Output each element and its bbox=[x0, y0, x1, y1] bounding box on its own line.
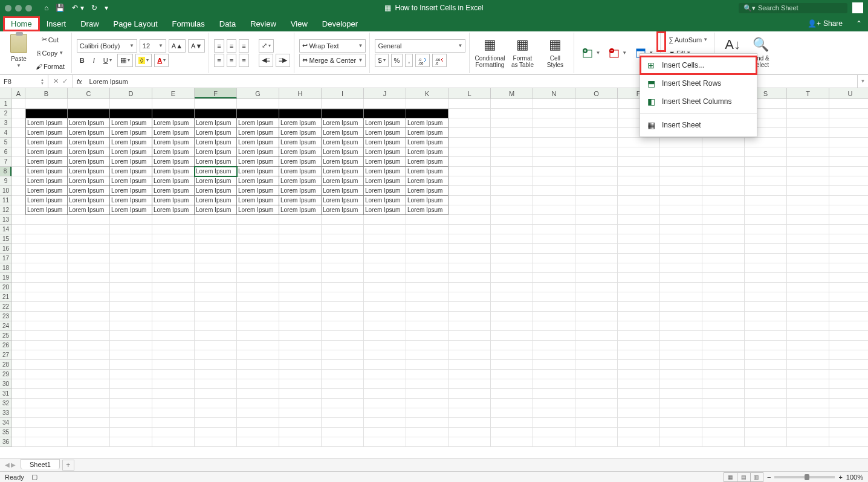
cell-Q13[interactable] bbox=[660, 215, 702, 225]
cell-K17[interactable] bbox=[406, 254, 449, 263]
format-as-table-button[interactable]: ▦Format as Table bbox=[507, 35, 537, 71]
cell-G34[interactable] bbox=[237, 418, 279, 428]
cell-P11[interactable] bbox=[618, 196, 660, 205]
cell-M11[interactable] bbox=[491, 196, 533, 205]
cell-U35[interactable] bbox=[829, 428, 868, 437]
cell-P8[interactable] bbox=[618, 167, 660, 176]
cell-G36[interactable] bbox=[237, 437, 279, 447]
collapse-ribbon-icon[interactable]: ⌃ bbox=[850, 19, 868, 28]
cell-C32[interactable] bbox=[68, 399, 110, 408]
cell-R23[interactable] bbox=[702, 312, 745, 321]
window-controls[interactable] bbox=[0, 5, 32, 11]
cell-Q6[interactable] bbox=[660, 147, 702, 157]
cell-P34[interactable] bbox=[618, 418, 660, 428]
cell-O9[interactable] bbox=[575, 176, 618, 186]
cell-K16[interactable] bbox=[406, 244, 449, 254]
cell-F9[interactable]: Lorem Ipsum bbox=[195, 176, 237, 186]
row-header-8[interactable]: 8 bbox=[0, 167, 11, 176]
cell-G4[interactable]: Lorem Ipsum bbox=[237, 128, 279, 138]
orientation-button[interactable]: ⤢▾ bbox=[259, 39, 274, 53]
cell-J36[interactable] bbox=[364, 437, 406, 447]
cell-D32[interactable] bbox=[110, 399, 152, 408]
cell-H30[interactable] bbox=[279, 379, 322, 389]
cell-E3[interactable]: Lorem Ipsum bbox=[152, 118, 195, 128]
cell-L27[interactable] bbox=[449, 350, 491, 360]
cell-T11[interactable] bbox=[787, 196, 829, 205]
cell-B10[interactable]: Lorem Ipsum bbox=[25, 186, 68, 196]
cell-A9[interactable] bbox=[12, 176, 25, 186]
cell-I24[interactable] bbox=[322, 321, 364, 331]
cell-E13[interactable] bbox=[152, 215, 195, 225]
cell-O18[interactable] bbox=[575, 263, 618, 273]
qat-more-icon[interactable]: ▾ bbox=[105, 4, 108, 12]
cell-T34[interactable] bbox=[787, 418, 829, 428]
cell-Q29[interactable] bbox=[660, 370, 702, 379]
cell-E15[interactable] bbox=[152, 234, 195, 244]
cell-Q34[interactable] bbox=[660, 418, 702, 428]
cell-D9[interactable]: Lorem Ipsum bbox=[110, 176, 152, 186]
cell-N22[interactable] bbox=[533, 302, 575, 312]
cell-T3[interactable] bbox=[787, 118, 829, 128]
cell-B12[interactable]: Lorem Ipsum bbox=[25, 205, 68, 215]
cell-O28[interactable] bbox=[575, 360, 618, 370]
cell-Q10[interactable] bbox=[660, 186, 702, 196]
cell-Q28[interactable] bbox=[660, 360, 702, 370]
cell-D35[interactable] bbox=[110, 428, 152, 437]
cell-D27[interactable] bbox=[110, 350, 152, 360]
cell-T8[interactable] bbox=[787, 167, 829, 176]
cell-I23[interactable] bbox=[322, 312, 364, 321]
cell-J32[interactable] bbox=[364, 399, 406, 408]
cell-F11[interactable]: Lorem Ipsum bbox=[195, 196, 237, 205]
cell-M4[interactable] bbox=[491, 128, 533, 138]
cell-A8[interactable] bbox=[12, 167, 25, 176]
cell-E10[interactable]: Lorem Ipsum bbox=[152, 186, 195, 196]
zoom-level[interactable]: 100% bbox=[846, 474, 863, 481]
cell-P7[interactable] bbox=[618, 157, 660, 167]
close-window-icon[interactable] bbox=[5, 5, 11, 11]
column-header-K[interactable]: K bbox=[406, 88, 449, 98]
cell-T1[interactable] bbox=[787, 99, 829, 109]
row-header-5[interactable]: 5 bbox=[0, 138, 11, 147]
cell-E30[interactable] bbox=[152, 379, 195, 389]
cell-Q9[interactable] bbox=[660, 176, 702, 186]
cell-M28[interactable] bbox=[491, 360, 533, 370]
cell-C7[interactable]: Lorem Ipsum bbox=[68, 157, 110, 167]
cell-I32[interactable] bbox=[322, 399, 364, 408]
cell-U7[interactable] bbox=[829, 157, 868, 167]
cell-H7[interactable]: Lorem Ipsum bbox=[279, 157, 322, 167]
cell-I12[interactable]: Lorem Ipsum bbox=[322, 205, 364, 215]
cell-B35[interactable] bbox=[25, 428, 68, 437]
cell-K7[interactable]: Lorem Ipsum bbox=[406, 157, 449, 167]
cell-B6[interactable]: Lorem Ipsum bbox=[25, 147, 68, 157]
insert-cells-split[interactable]: ▼ bbox=[579, 47, 603, 60]
row-header-18[interactable]: 18 bbox=[0, 263, 11, 273]
cell-S26[interactable] bbox=[745, 341, 787, 350]
cell-F10[interactable]: Lorem Ipsum bbox=[195, 186, 237, 196]
cell-J26[interactable] bbox=[364, 341, 406, 350]
cell-P22[interactable] bbox=[618, 302, 660, 312]
cell-K27[interactable] bbox=[406, 350, 449, 360]
cell-B21[interactable] bbox=[25, 292, 68, 302]
cell-S7[interactable] bbox=[745, 157, 787, 167]
cell-O29[interactable] bbox=[575, 370, 618, 379]
cell-H27[interactable] bbox=[279, 350, 322, 360]
cell-G18[interactable] bbox=[237, 263, 279, 273]
row-header-9[interactable]: 9 bbox=[0, 176, 11, 186]
cell-B7[interactable]: Lorem Ipsum bbox=[25, 157, 68, 167]
search-input[interactable]: 🔍▾ Search Sheet bbox=[739, 3, 847, 13]
cell-K19[interactable] bbox=[406, 273, 449, 283]
cell-A23[interactable] bbox=[12, 312, 25, 321]
cell-K14[interactable] bbox=[406, 225, 449, 234]
cell-G9[interactable]: Lorem Ipsum bbox=[237, 176, 279, 186]
cell-I19[interactable] bbox=[322, 273, 364, 283]
cell-I5[interactable]: Lorem Ipsum bbox=[322, 138, 364, 147]
cell-J15[interactable] bbox=[364, 234, 406, 244]
cell-H19[interactable] bbox=[279, 273, 322, 283]
cell-D3[interactable]: Lorem Ipsum bbox=[110, 118, 152, 128]
cell-L8[interactable] bbox=[449, 167, 491, 176]
cell-I2[interactable] bbox=[322, 109, 364, 118]
cell-G16[interactable] bbox=[237, 244, 279, 254]
cell-H12[interactable]: Lorem Ipsum bbox=[279, 205, 322, 215]
cell-E12[interactable]: Lorem Ipsum bbox=[152, 205, 195, 215]
cell-J34[interactable] bbox=[364, 418, 406, 428]
